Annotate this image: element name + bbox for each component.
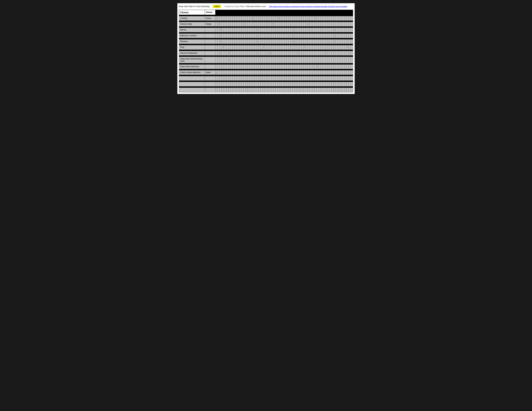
day-cell[interactable]: [218, 88, 219, 92]
day-cell[interactable]: [288, 88, 291, 92]
day-cell[interactable]: [342, 34, 344, 38]
day-cell[interactable]: [233, 51, 235, 56]
day-cell[interactable]: [344, 88, 346, 92]
day-cell[interactable]: [220, 65, 222, 69]
day-cell[interactable]: [312, 70, 314, 75]
day-cell[interactable]: [243, 16, 245, 21]
day-cell[interactable]: [329, 28, 331, 32]
day-cell[interactable]: [323, 76, 325, 81]
day-cell[interactable]: [284, 34, 286, 38]
day-cell[interactable]: [239, 16, 241, 21]
day-cell[interactable]: [246, 51, 248, 56]
day-cell[interactable]: [280, 16, 282, 21]
day-cell[interactable]: [241, 88, 243, 92]
day-cell[interactable]: [293, 70, 295, 75]
day-cell[interactable]: [254, 88, 256, 92]
day-cell[interactable]: [329, 34, 331, 38]
day-cell[interactable]: [233, 22, 235, 27]
day-cell[interactable]: [323, 82, 325, 86]
day-cell[interactable]: [319, 57, 321, 63]
day-cell[interactable]: /: [243, 22, 245, 27]
day-cell[interactable]: [333, 88, 336, 92]
day-cell[interactable]: [316, 16, 318, 21]
day-cell[interactable]: /: [256, 34, 258, 38]
day-cell[interactable]: [299, 51, 301, 56]
day-cell[interactable]: [276, 88, 278, 92]
day-cell[interactable]: [258, 22, 260, 27]
day-cell[interactable]: [338, 22, 340, 27]
day-cell[interactable]: [267, 57, 269, 63]
day-cell[interactable]: [308, 51, 310, 56]
day-cell[interactable]: [224, 39, 226, 44]
day-cell[interactable]: [332, 76, 333, 81]
day-cell[interactable]: [260, 70, 263, 75]
day-cell[interactable]: [237, 82, 239, 86]
day-cell[interactable]: [278, 76, 280, 81]
day-cell[interactable]: [280, 70, 282, 75]
day-cell[interactable]: [304, 39, 305, 44]
day-cell[interactable]: [340, 39, 342, 44]
day-cell[interactable]: [265, 39, 267, 44]
day-cell[interactable]: [239, 39, 241, 44]
day-cell[interactable]: [280, 82, 282, 86]
day-cell[interactable]: [288, 76, 291, 81]
day-cell[interactable]: [222, 57, 224, 63]
day-cell[interactable]: [230, 51, 232, 56]
day-cell[interactable]: [304, 34, 305, 38]
day-cell[interactable]: [297, 34, 299, 38]
day-cell[interactable]: [308, 82, 310, 86]
day-cell[interactable]: [314, 28, 316, 32]
day-cell[interactable]: [252, 45, 254, 50]
day-cell[interactable]: [269, 45, 271, 50]
day-cell[interactable]: [332, 82, 333, 86]
day-cell[interactable]: /: [228, 57, 230, 63]
day-cell[interactable]: [222, 22, 224, 27]
day-cell[interactable]: [269, 16, 271, 21]
day-cell[interactable]: [286, 88, 288, 92]
day-cell[interactable]: [239, 65, 241, 69]
day-cell[interactable]: [271, 65, 273, 69]
day-cell[interactable]: [336, 70, 338, 75]
day-cell[interactable]: [314, 82, 316, 86]
day-cell[interactable]: [222, 39, 224, 44]
day-cell[interactable]: [218, 16, 219, 21]
day-cell[interactable]: [278, 82, 280, 86]
day-cell[interactable]: [267, 51, 269, 56]
day-cell[interactable]: [280, 34, 282, 38]
day-cell[interactable]: [226, 22, 228, 27]
day-cell[interactable]: /: [220, 39, 222, 44]
day-cell[interactable]: [222, 76, 224, 81]
day-cell[interactable]: [233, 76, 235, 81]
day-cell[interactable]: [336, 45, 338, 50]
day-cell[interactable]: [291, 22, 293, 27]
day-cell[interactable]: [224, 45, 226, 50]
day-cell[interactable]: [299, 28, 301, 32]
day-cell[interactable]: [284, 22, 286, 27]
day-cell[interactable]: [278, 34, 280, 38]
day-cell[interactable]: [336, 51, 338, 56]
day-cell[interactable]: [248, 82, 250, 86]
day-cell[interactable]: [246, 65, 248, 69]
day-cell[interactable]: [304, 28, 305, 32]
day-cell[interactable]: [333, 22, 336, 27]
day-cell[interactable]: [233, 16, 235, 21]
day-cell[interactable]: [351, 16, 353, 21]
day-cell[interactable]: [250, 28, 252, 32]
day-cell[interactable]: [319, 65, 321, 69]
day-cell[interactable]: [351, 76, 353, 81]
day-cell[interactable]: [239, 51, 241, 56]
day-cell[interactable]: [243, 82, 245, 86]
day-cell[interactable]: [260, 28, 263, 32]
day-cell[interactable]: [312, 45, 314, 50]
day-cell[interactable]: [308, 34, 310, 38]
day-cell[interactable]: [250, 70, 252, 75]
day-cell[interactable]: [342, 65, 344, 69]
day-cell[interactable]: [256, 22, 258, 27]
day-cell[interactable]: [340, 88, 342, 92]
day-cell[interactable]: [293, 76, 295, 81]
day-cell[interactable]: [333, 82, 336, 86]
day-cell[interactable]: [321, 57, 323, 63]
day-cell[interactable]: [346, 16, 349, 21]
day-cell[interactable]: [333, 51, 336, 56]
day-cell[interactable]: [273, 28, 276, 32]
